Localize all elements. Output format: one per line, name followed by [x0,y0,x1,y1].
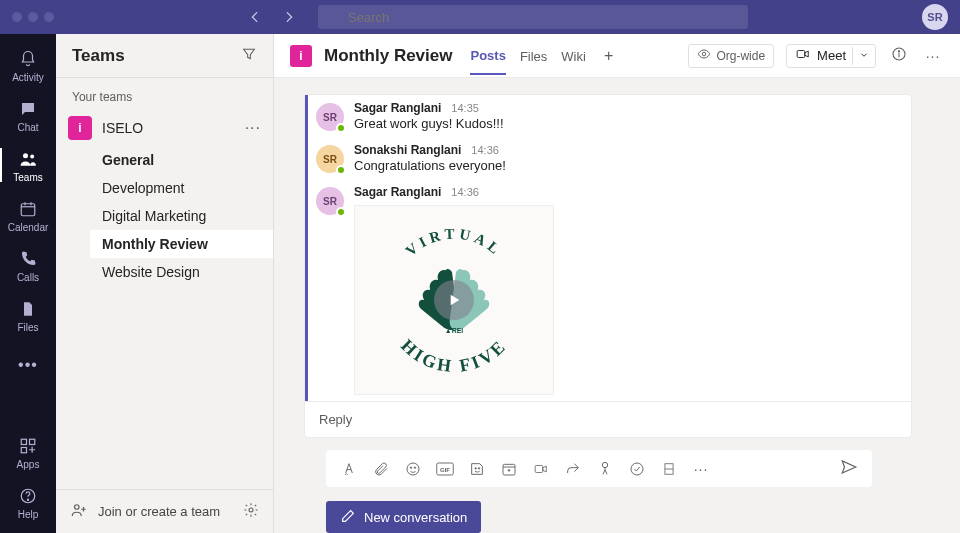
svg-point-34 [631,463,643,475]
gif-attachment[interactable]: VIRTUAL ▲REI HIGH FIVE [354,205,554,395]
gif-icon[interactable]: GIF [436,460,454,478]
bell-icon [17,48,39,70]
teams-icon [17,148,39,170]
more-icon: ••• [17,354,39,376]
compose-toolbar: GIF ··· [326,450,872,487]
rail-apps[interactable]: Apps [0,427,56,477]
profile-avatar[interactable]: SR [922,4,948,30]
svg-rect-4 [21,203,35,215]
tab-files[interactable]: Files [520,37,547,74]
chevron-down-icon[interactable] [859,48,869,63]
phone-icon [17,248,39,270]
org-wide-button[interactable]: Org-wide [688,44,774,68]
rail-label: Chat [17,122,38,133]
svg-point-19 [898,51,899,52]
svg-point-3 [30,154,34,158]
schedule-meeting-icon[interactable] [500,460,518,478]
message-time: 14:35 [451,102,479,114]
apps-icon [17,435,39,457]
message-feed: SR Sagar Ranglani14:35 Great work guys! … [274,78,960,533]
svg-point-24 [410,467,411,468]
message-author: Sagar Ranglani [354,185,441,199]
filter-icon[interactable] [241,46,257,65]
new-conversation-button[interactable]: New conversation [326,501,481,533]
rail-help[interactable]: Help [0,477,56,527]
share-icon[interactable] [564,460,582,478]
conversation-card: SR Sagar Ranglani14:35 Great work guys! … [304,94,912,438]
sticker-icon[interactable] [468,460,486,478]
emoji-icon[interactable] [404,460,422,478]
compose-more-icon[interactable]: ··· [692,460,710,478]
info-icon[interactable] [888,46,910,65]
calendar-icon [17,198,39,220]
tab-posts[interactable]: Posts [470,36,505,75]
rail-label: Apps [17,459,40,470]
presence-icon [336,207,346,217]
viva-icon[interactable] [660,460,678,478]
message-time: 14:36 [451,186,479,198]
nav-back-button[interactable] [242,6,268,28]
team-tile: i [68,116,92,140]
rail-teams[interactable]: Teams [0,140,56,190]
channel-tile: i [290,45,312,67]
org-wide-label: Org-wide [716,49,765,63]
rail-label: Activity [12,72,44,83]
rail-chat[interactable]: Chat [0,90,56,140]
team-more-icon[interactable]: ··· [245,119,261,137]
rail-label: Teams [13,172,42,183]
join-team-link[interactable]: Join or create a team [98,504,233,519]
help-icon [17,485,39,507]
channel-website-design[interactable]: Website Design [90,258,273,286]
header-more-icon[interactable]: ··· [922,48,944,64]
send-button[interactable] [840,458,858,479]
rail-calls[interactable]: Calls [0,240,56,290]
svg-point-15 [703,52,707,56]
chat-icon [17,98,39,120]
join-team-icon[interactable] [70,501,88,522]
avatar[interactable]: SR [316,187,344,215]
composer: GIF ··· [326,450,872,487]
svg-text:HIGH FIVE: HIGH FIVE [397,335,510,376]
add-tab-button[interactable]: + [600,47,617,65]
message-time: 14:36 [471,144,499,156]
your-teams-label: Your teams [56,78,273,110]
rail-files[interactable]: Files [0,290,56,340]
meet-button[interactable]: Meet [786,44,876,68]
stream-icon[interactable] [532,460,550,478]
teams-sidebar: Teams Your teams i ISELO ··· General Dev… [56,34,274,533]
message-author: Sonakshi Ranglani [354,143,461,157]
reply-input[interactable]: Reply [305,401,911,437]
sidebar-title: Teams [72,46,125,66]
rail-more[interactable]: ••• [0,340,56,390]
avatar[interactable]: SR [316,103,344,131]
svg-point-13 [75,505,80,510]
svg-point-23 [407,463,419,475]
avatar[interactable]: SR [316,145,344,173]
channel-digital-marketing[interactable]: Digital Marketing [90,202,273,230]
rail-activity[interactable]: Activity [0,40,56,90]
tab-wiki[interactable]: Wiki [561,37,586,74]
format-icon[interactable] [340,460,358,478]
compose-icon [340,508,356,527]
rail-calendar[interactable]: Calendar [0,190,56,240]
window-controls[interactable] [12,12,54,22]
message-author: Sagar Ranglani [354,101,441,115]
approvals-icon[interactable] [628,460,646,478]
app-rail: Activity Chat Teams Calendar Calls Files [0,34,56,533]
search-input[interactable] [318,5,748,29]
video-icon [795,47,811,64]
praise-icon[interactable] [596,460,614,478]
message: SR Sagar Ranglani14:35 Great work guys! … [305,95,911,137]
message: SR Sonakshi Ranglani14:36 Congratulation… [305,137,911,179]
svg-point-2 [23,153,28,158]
team-row[interactable]: i ISELO ··· [56,110,273,146]
channel-development[interactable]: Development [90,174,273,202]
channel-header: i Monthly Review Posts Files Wiki + Org-… [274,34,960,78]
channel-monthly-review[interactable]: Monthly Review [90,230,273,258]
settings-icon[interactable] [243,502,259,521]
nav-forward-button[interactable] [276,6,302,28]
channel-general[interactable]: General [90,146,273,174]
team-name: ISELO [102,120,235,136]
play-icon[interactable] [434,280,474,320]
attach-icon[interactable] [372,460,390,478]
